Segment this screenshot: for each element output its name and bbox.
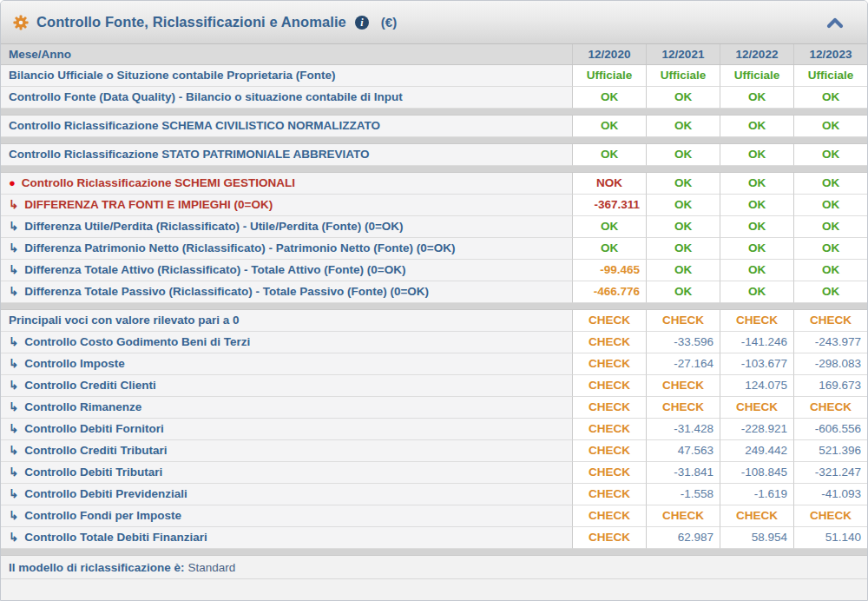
value-cell: OK [572, 144, 646, 166]
row-label-text: Controllo Crediti Clienti [24, 379, 156, 392]
row-label: Bilancio Ufficiale o Situzione contabile… [1, 65, 572, 87]
value-cell: CHECK [572, 332, 646, 353]
value-cell: OK [793, 195, 867, 216]
gear-icon [13, 15, 29, 30]
value-cell: OK [720, 238, 793, 260]
value-cell: OK [646, 116, 720, 137]
row-label: ↳DIFFERENZA TRA FONTI E IMPIEGHI (0=OK) [1, 195, 572, 216]
row-label-text: Controllo Riclassificazione STATO PATRIM… [9, 148, 370, 161]
panel-title: Controllo Fonte, Riclassificazioni e Ano… [36, 14, 346, 30]
value-cell: 124.075 [720, 375, 793, 397]
sub-item-arrow-icon: ↳ [9, 422, 18, 435]
value-cell: OK [720, 216, 793, 238]
value-cell: OK [793, 260, 867, 281]
row-label-text: Controllo Riclassificazione SCHEMA CIVIL… [9, 119, 380, 132]
table-row: ↳Differenza Totale Passivo (Riclassifica… [1, 281, 867, 303]
table-row: ↳Controllo ImposteCHECK-27.164-103.677-2… [1, 353, 867, 375]
row-label: ↳Differenza Utile/Perdita (Riclassificat… [1, 216, 572, 238]
row-label-text: Controllo Fonte (Data Quality) - Bilanci… [9, 90, 403, 103]
column-header-period: 12/2021 [646, 44, 720, 64]
table-row: Controllo Riclassificazione STATO PATRIM… [1, 144, 867, 166]
row-label: Controllo Riclassificazione SCHEMA CIVIL… [1, 116, 572, 137]
row-label-text: Controllo Fondi per Imposte [24, 509, 181, 522]
value-cell: CHECK [646, 310, 720, 332]
value-cell: CHECK [646, 375, 720, 397]
value-cell: -298.083 [793, 353, 867, 375]
row-label: ↳Controllo Imposte [1, 353, 572, 375]
row-label-text: Controllo Costo Godimento Beni di Terzi [24, 335, 250, 348]
value-cell: -243.977 [793, 332, 867, 353]
value-cell: -1.619 [720, 484, 793, 505]
value-cell: OK [720, 87, 793, 109]
value-cell: 47.563 [646, 440, 720, 462]
row-label-text: Controllo Totale Debiti Finanziari [24, 531, 207, 544]
value-cell: -99.465 [572, 260, 646, 281]
row-label-text: Controllo Crediti Tributari [24, 444, 167, 457]
value-cell: CHECK [793, 505, 867, 527]
table-row: Bilancio Ufficiale o Situzione contabile… [1, 65, 867, 87]
sub-item-arrow-icon: ↳ [9, 263, 18, 276]
value-cell: -33.596 [646, 332, 720, 353]
row-label: Controllo Fonte (Data Quality) - Bilanci… [1, 87, 572, 109]
value-cell: Ufficiale [793, 65, 867, 87]
sub-item-arrow-icon: ↳ [9, 466, 18, 479]
value-cell: OK [720, 195, 793, 216]
value-cell: OK [720, 260, 793, 281]
value-cell: 62.987 [646, 527, 720, 549]
value-cell: -141.246 [720, 332, 793, 353]
footer-separator: : [181, 561, 185, 574]
row-label: ↳Controllo Crediti Clienti [1, 375, 572, 397]
value-cell: OK [646, 144, 720, 166]
value-cell: OK [572, 238, 646, 260]
value-cell: -31.841 [646, 462, 720, 484]
column-header-period: 12/2023 [793, 44, 867, 64]
row-label: ●Controllo Riclassificazione SCHEMI GEST… [1, 173, 572, 195]
value-cell: Ufficiale [572, 65, 646, 87]
value-cell: OK [646, 216, 720, 238]
section-separator [1, 137, 867, 144]
value-cell: CHECK [572, 462, 646, 484]
sub-item-arrow-icon: ↳ [9, 531, 18, 544]
value-cell: 51.140 [793, 527, 867, 549]
row-label: ↳Controllo Rimanenze [1, 397, 572, 419]
row-label: ↳Differenza Totale Passivo (Riclassifica… [1, 281, 572, 303]
table-row: ●Controllo Riclassificazione SCHEMI GEST… [1, 173, 867, 195]
value-cell: CHECK [572, 310, 646, 332]
row-label: ↳Controllo Fondi per Imposte [1, 505, 572, 527]
collapse-chevron-up-icon[interactable] [825, 16, 845, 30]
value-cell: CHECK [572, 375, 646, 397]
value-cell: -41.093 [793, 484, 867, 505]
value-cell: -367.311 [572, 195, 646, 216]
row-label: ↳Differenza Totale Attivo (Riclassificat… [1, 260, 572, 281]
value-cell: OK [793, 281, 867, 303]
table-row: ↳Controllo Debiti FornitoriCHECK-31.428-… [1, 419, 867, 440]
row-label-text: Controllo Rimanenze [24, 400, 141, 413]
value-cell: OK [720, 173, 793, 195]
info-icon[interactable]: i [355, 16, 369, 30]
alert-dot-icon: ● [9, 176, 16, 189]
sub-item-arrow-icon: ↳ [9, 379, 18, 392]
value-cell: CHECK [720, 505, 793, 527]
value-cell: -103.677 [720, 353, 793, 375]
value-cell: OK [793, 216, 867, 238]
currency-unit-label: (€) [381, 15, 397, 30]
table-row: ↳Differenza Patrimonio Netto (Riclassifi… [1, 238, 867, 260]
value-cell: 58.954 [720, 527, 793, 549]
reclassification-model-value: Standard [188, 561, 236, 574]
sub-item-arrow-icon: ↳ [9, 509, 18, 522]
next-row-partial [1, 579, 867, 600]
panel-header[interactable]: Controllo Fonte, Riclassificazioni e Ano… [1, 1, 867, 44]
value-cell: OK [793, 173, 867, 195]
sub-item-arrow-icon: ↳ [9, 400, 18, 413]
row-label-text: Controllo Debiti Previdenziali [24, 487, 187, 500]
sub-item-arrow-icon: ↳ [9, 198, 18, 211]
value-cell: CHECK [720, 310, 793, 332]
value-cell: -27.164 [646, 353, 720, 375]
table-body: Bilancio Ufficiale o Situzione contabile… [1, 65, 867, 556]
row-label: Principali voci con valore rilevato pari… [1, 310, 572, 332]
value-cell: OK [720, 144, 793, 166]
row-label-text: Controllo Imposte [24, 357, 125, 370]
sub-item-arrow-icon: ↳ [9, 357, 18, 370]
row-label: ↳Controllo Debiti Fornitori [1, 419, 572, 440]
section-separator [1, 303, 867, 310]
